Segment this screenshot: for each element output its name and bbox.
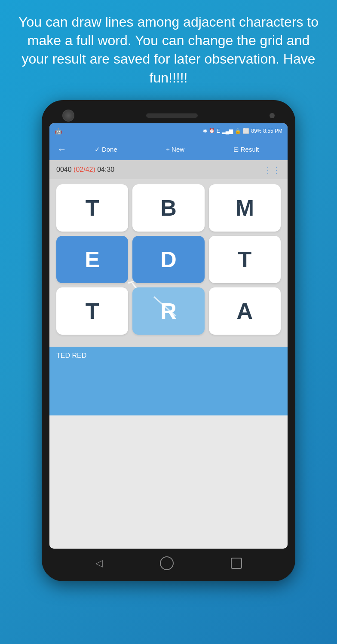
phone-dot (270, 113, 275, 118)
phone-speaker (146, 113, 198, 118)
app-toolbar: ← ✓ Done + New ⊟ Result (49, 139, 288, 160)
battery-icon: ⬜ (243, 128, 249, 134)
alarm-icon: ⏰ (209, 128, 215, 134)
words-found-area: TED RED (49, 347, 288, 415)
status-bar: 🤖 ✱ ⏰ E ▂▄▆ 🔒 ⬜ 89% 8:55 PM (49, 123, 288, 139)
cell-E-1-0[interactable]: E (56, 236, 128, 283)
cell-A-2-2[interactable]: A (209, 287, 281, 335)
battery-percent: 89% (251, 128, 261, 134)
new-button[interactable]: + New (166, 146, 184, 153)
cell-M-0-2[interactable]: M (209, 184, 281, 232)
back-button[interactable]: ← (54, 144, 70, 155)
cell-T-0-0[interactable]: T (56, 184, 128, 232)
found-words-list: TED RED (56, 352, 86, 359)
intro-text: You can draw lines among adjacent charac… (0, 0, 337, 96)
game-timer: 04:30 (97, 166, 114, 173)
status-right: ✱ ⏰ E ▂▄▆ 🔒 ⬜ 89% 8:55 PM (203, 128, 282, 134)
line-D-overlay (132, 236, 204, 283)
cell-T-1-2[interactable]: T (209, 236, 281, 283)
phone-device: 🤖 ✱ ⏰ E ▂▄▆ 🔒 ⬜ 89% 8:55 PM ← ✓ Done + N… (42, 100, 295, 581)
phone-bottom-nav: ◁ (49, 549, 288, 578)
signal-bars: ▂▄▆ (222, 128, 233, 134)
game-progress: (02/42) (74, 166, 95, 173)
grid-settings-icon[interactable]: ⋮⋮ (263, 165, 281, 175)
phone-screen: 🤖 ✱ ⏰ E ▂▄▆ 🔒 ⬜ 89% 8:55 PM ← ✓ Done + N… (49, 123, 288, 549)
status-left: 🤖 (55, 128, 62, 134)
nav-back-button[interactable]: ◁ (95, 558, 103, 569)
cell-B-0-1[interactable]: B (132, 184, 204, 232)
game-info-bar: 0040 (02/42) 04:30 ⋮⋮ (49, 160, 288, 179)
game-code: 0040 (56, 166, 72, 173)
done-button[interactable]: ✓ Done (95, 146, 117, 153)
cell-T-2-0[interactable]: T (56, 287, 128, 335)
game-code-display: 0040 (02/42) 04:30 (56, 166, 114, 174)
nav-home-button[interactable] (160, 556, 174, 570)
nav-recent-button[interactable] (231, 558, 242, 569)
lock-icon: 🔒 (235, 128, 241, 134)
signal-indicator: E (217, 128, 220, 134)
cell-D-1-1[interactable]: D (132, 236, 204, 283)
toolbar-actions: ✓ Done + New ⊟ Result (70, 146, 283, 153)
android-icon: 🤖 (55, 128, 62, 134)
line-R-overlay (132, 287, 204, 335)
phone-camera (62, 110, 74, 122)
status-time: 8:55 PM (263, 128, 282, 134)
grid-cells: T B M E D T (56, 184, 281, 335)
bluetooth-icon: ✱ (203, 128, 207, 134)
line-E-overlay (56, 236, 128, 283)
svg-line-2 (154, 297, 176, 316)
result-button[interactable]: ⊟ Result (233, 146, 259, 153)
phone-top-bar (49, 108, 288, 123)
cell-R-2-1[interactable]: R (132, 287, 204, 335)
letter-grid-area: T B M E D T (49, 179, 288, 347)
